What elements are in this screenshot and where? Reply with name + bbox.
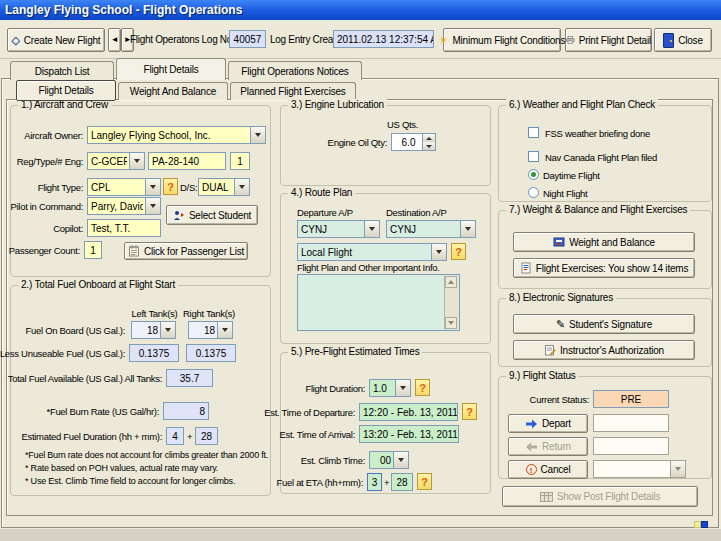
- unuseable-left-field[interactable]: 0.1375: [129, 344, 179, 362]
- unuseable-right-field[interactable]: 0.1375: [186, 344, 236, 362]
- dropdown-arrow-button[interactable]: [145, 179, 160, 195]
- dropdown-arrow-button[interactable]: [364, 221, 379, 237]
- dropdown-arrow-button[interactable]: [670, 461, 685, 477]
- select-student-button[interactable]: Select Student: [166, 205, 258, 225]
- fuel-burn-rate-field[interactable]: 8: [163, 402, 209, 420]
- previous-record-button[interactable]: ◄: [108, 28, 121, 52]
- section-title: 4.) Route Plan: [288, 187, 355, 198]
- dropdown-arrow-button[interactable]: [395, 380, 410, 396]
- fuel-at-eta-minutes-field[interactable]: 28: [391, 473, 413, 491]
- scroll-up-button[interactable]: [445, 276, 457, 288]
- dropdown-arrow-button[interactable]: [234, 179, 249, 195]
- cancel-reason-combo[interactable]: [593, 460, 686, 478]
- pilot-in-command-label: Pilot in Command:: [10, 201, 83, 212]
- subtab-planned-flight-exercises[interactable]: Planned Flight Exercises: [230, 82, 356, 100]
- etd-help-button[interactable]: ?: [462, 403, 477, 420]
- fuel-duration-hours-field[interactable]: 4: [166, 427, 184, 445]
- engine-oil-qty-label: Engine Oil Qty:: [328, 137, 387, 148]
- return-button[interactable]: Return: [508, 437, 588, 456]
- fuel-at-eta-label: Fuel at ETA (hh+mm):: [277, 477, 363, 488]
- fuel-onboard-left-combo[interactable]: 18: [131, 321, 176, 339]
- new-flight-diamond-icon: ◇: [12, 35, 20, 46]
- etd-field[interactable]: 12:20 - Feb. 13, 2011 ...: [359, 403, 458, 421]
- spin-up-button[interactable]: [423, 134, 435, 142]
- log-no-field[interactable]: 40057: [229, 30, 266, 48]
- status-yellow-indicator: [694, 521, 701, 528]
- est-climb-time-label: Est. Climb Time:: [301, 455, 365, 466]
- fuel-at-eta-help-button[interactable]: ?: [417, 473, 432, 490]
- subtab-flight-details[interactable]: Flight Details: [16, 80, 116, 101]
- create-new-flight-button[interactable]: ◇ Create New Flight: [7, 28, 105, 52]
- us-qts-label: US Qts.: [387, 119, 418, 130]
- tab-flight-details[interactable]: Flight Details: [116, 58, 226, 80]
- flight-plan-info-textarea[interactable]: [297, 274, 460, 331]
- engine-count-field[interactable]: 1: [230, 152, 250, 170]
- chevron-down-icon: [398, 458, 404, 462]
- window-bottom-strip: [0, 529, 721, 541]
- copilot-field[interactable]: Test, T.T.: [87, 219, 161, 237]
- flight-exercises-button[interactable]: Flight Exercises: You show 14 items: [513, 258, 695, 278]
- flight-type-combo[interactable]: CPL: [87, 178, 161, 196]
- tab-dispatch-list[interactable]: Dispatch List: [10, 61, 114, 80]
- help-icon: ?: [421, 476, 428, 488]
- eta-label: Est. Time of Arrival:: [279, 429, 355, 440]
- dropdown-arrow-button[interactable]: [460, 221, 475, 237]
- title-bar: Langley Flying School - Flight Operation…: [0, 0, 721, 20]
- flight-kind-help-button[interactable]: ?: [451, 243, 466, 260]
- aircraft-type-field[interactable]: PA-28-140: [148, 152, 226, 170]
- fuel-onboard-right-combo[interactable]: 18: [188, 321, 233, 339]
- weight-and-balance-button[interactable]: Weight and Balance: [513, 232, 695, 252]
- dual-solo-combo[interactable]: DUAL: [198, 178, 250, 196]
- close-button[interactable]: Close: [654, 28, 712, 52]
- subtab-weight-and-balance[interactable]: Weight And Balance: [118, 82, 228, 100]
- chevron-down-icon: [436, 250, 442, 254]
- nav-canada-checkbox[interactable]: [528, 151, 539, 162]
- engine-oil-qty-spinner[interactable]: 6.0: [391, 133, 436, 151]
- dropdown-arrow-button[interactable]: [431, 244, 446, 260]
- total-fuel-field[interactable]: 35.7: [166, 369, 213, 387]
- textarea-scrollbar[interactable]: [444, 276, 458, 329]
- flight-type-help-button[interactable]: ?: [163, 178, 178, 195]
- aircraft-owner-combo[interactable]: Langley Flying School, Inc.: [87, 126, 266, 144]
- eta-field[interactable]: 13:20 - Feb. 13, 2011: [359, 425, 459, 443]
- tab-flight-operations-notices[interactable]: Flight Operations Notices: [228, 61, 362, 80]
- flight-duration-help-button[interactable]: ?: [415, 379, 430, 396]
- dropdown-arrow-button[interactable]: [145, 198, 160, 214]
- minimum-flight-conditions-label: Minimum Flight Conditions: [452, 35, 565, 46]
- section-title: 7.) Weight & Balance and Flight Exercise…: [506, 204, 690, 215]
- minimum-flight-conditions-button[interactable]: ☀ Minimum Flight Conditions: [443, 28, 561, 52]
- night-flight-radio[interactable]: [528, 187, 539, 198]
- depart-time-field: [593, 414, 669, 432]
- passenger-count-field[interactable]: 1: [84, 241, 102, 259]
- daytime-flight-radio[interactable]: [528, 169, 539, 180]
- depart-button[interactable]: Depart: [508, 414, 588, 433]
- section-title: 2.) Total Fuel Onboard at Flight Start: [18, 279, 178, 290]
- instructor-authorization-button[interactable]: Instructor's Authorization: [513, 340, 695, 360]
- destination-airport-combo[interactable]: CYNJ: [386, 220, 476, 238]
- departure-airport-combo[interactable]: CYNJ: [297, 220, 380, 238]
- dropdown-arrow-button[interactable]: [129, 153, 144, 169]
- print-flight-detail-button[interactable]: Print Flight Detail: [565, 28, 652, 52]
- flight-kind-combo[interactable]: Local Flight: [297, 243, 447, 261]
- registration-combo[interactable]: C-GCEP: [87, 152, 145, 170]
- passenger-list-button[interactable]: Click for Passenger List: [124, 242, 248, 260]
- show-post-flight-details-button[interactable]: Show Post Flight Details: [502, 486, 698, 507]
- student-signature-button[interactable]: ✎ Student's Signature: [513, 314, 695, 334]
- fuel-duration-minutes-field[interactable]: 28: [195, 427, 218, 445]
- pilot-in-command-combo[interactable]: Parry, David L.: [87, 197, 161, 215]
- weight-and-balance-label: Weight and Balance: [569, 237, 655, 248]
- dropdown-arrow-button[interactable]: [217, 322, 232, 338]
- dropdown-arrow-button[interactable]: [160, 322, 175, 338]
- spinner-buttons[interactable]: [422, 134, 435, 150]
- flight-duration-combo[interactable]: 1.0: [369, 379, 411, 397]
- log-entry-created-field[interactable]: 2011.02.13 12:37:54 AM: [333, 30, 434, 48]
- cancel-button[interactable]: ! Cancel: [508, 460, 588, 479]
- fuel-at-eta-hours-field[interactable]: 3: [367, 473, 382, 491]
- dropdown-arrow-button[interactable]: [250, 127, 265, 143]
- scroll-down-button[interactable]: [445, 317, 457, 329]
- flight-type-label: Flight Type:: [38, 182, 83, 193]
- dropdown-arrow-button[interactable]: [393, 452, 408, 468]
- fss-weather-checkbox[interactable]: [528, 127, 539, 138]
- est-climb-time-combo[interactable]: 00: [369, 451, 409, 469]
- spin-down-button[interactable]: [423, 142, 435, 150]
